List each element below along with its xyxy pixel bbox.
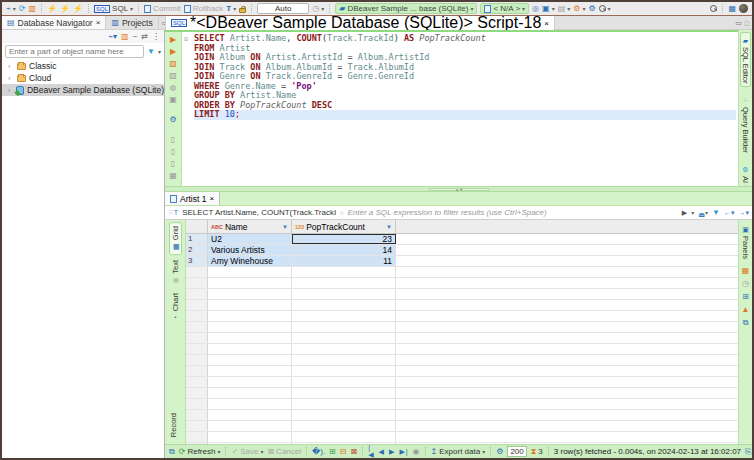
transaction-mode-button[interactable]: T▾ — [226, 4, 236, 13]
close-icon[interactable]: × — [209, 194, 214, 203]
fetch-all-icon[interactable]: ◉ — [413, 447, 420, 456]
save-button[interactable]: ✓Save▾ — [231, 447, 263, 456]
tab-panels[interactable]: ▣Panels — [741, 222, 750, 262]
delete-script-icon[interactable]: ▯ — [171, 147, 175, 156]
calc-panel-icon[interactable]: ⊞ — [742, 293, 749, 301]
expand-arrow-icon[interactable]: › — [8, 75, 14, 82]
editor-area-minmax[interactable]: ▭□ — [735, 16, 749, 30]
execute-script-icon[interactable]: ▧ — [169, 59, 177, 68]
cancel-button[interactable]: ⊠Cancel — [267, 447, 301, 456]
sort-dropdown-icon[interactable]: ▼ — [386, 224, 392, 230]
next-row-button[interactable]: ▶ — [389, 448, 395, 456]
new-connection-icon[interactable]: ⌁▾ — [108, 32, 117, 41]
fetch-settings-icon[interactable]: ⚙ — [496, 447, 503, 456]
active-schema-selector[interactable]: < N/A >▾ — [480, 3, 529, 14]
open-file-icon[interactable]: ▯ — [171, 159, 175, 168]
close-icon[interactable]: × — [96, 18, 101, 27]
tree-item-classic[interactable]: › Classic — [2, 60, 164, 72]
refresh-button[interactable]: ⟳Refresh▾ — [179, 447, 221, 456]
new-connection-button[interactable]: ⌁▾ — [6, 4, 16, 13]
execute-multiple-icon[interactable]: ▧ — [169, 71, 177, 80]
explain-plan-icon[interactable]: ◍ — [170, 83, 177, 92]
expand-arrow-icon[interactable]: › — [8, 63, 14, 70]
print-button[interactable]: ▤▾ — [558, 4, 571, 13]
table-row[interactable]: 3 Amy Winehouse 11 — [186, 256, 738, 267]
commit-mode-combo[interactable]: Auto — [257, 3, 309, 14]
prev-row-button[interactable]: ◀ — [379, 448, 385, 456]
view-menu-icon[interactable]: ⋮ — [152, 32, 160, 41]
references-icon[interactable]: ⧉ — [743, 319, 749, 327]
editor-settings-icon[interactable]: ⚙ — [169, 115, 176, 124]
expand-arrow-icon[interactable]: › — [8, 87, 13, 94]
metadata-icon[interactable]: ◷ — [742, 280, 749, 288]
export-data-button[interactable]: ↥Export data▾ — [431, 447, 486, 456]
forward-arrow-icon[interactable]: →▾ — [738, 209, 749, 217]
user-avatar[interactable] — [739, 4, 748, 13]
lock-icon[interactable] — [239, 8, 246, 13]
erase-filter-icon[interactable]: ◛▾ — [698, 209, 708, 217]
tab-text[interactable]: ≣Text — [170, 257, 181, 288]
add-row-icon[interactable]: ⊞ — [329, 447, 336, 456]
tab-sql-editor-script[interactable]: SQL *<DBeaver Sample Database (SQLite)> … — [165, 16, 555, 30]
filter-input[interactable]: Enter a SQL expression to filter results… — [347, 208, 677, 217]
tab-record[interactable]: Record — [168, 410, 179, 440]
dashboard-icon[interactable]: ◎ — [532, 4, 539, 13]
commit-button[interactable]: Commit — [144, 4, 181, 13]
fetch-size-input[interactable]: 200 — [507, 446, 526, 457]
link-editor-icon[interactable]: ⇄ — [141, 32, 148, 41]
cell-count[interactable]: 14 — [292, 245, 396, 255]
disconnect-icon[interactable]: ⚡ — [73, 4, 83, 13]
segment-indicator[interactable]: ⧗3 — [531, 447, 543, 456]
close-icon[interactable]: × — [544, 19, 549, 28]
tab-database-navigator[interactable]: ▤ Database Navigator × — [2, 16, 106, 29]
open-connection-icon[interactable]: ▥ — [29, 4, 37, 13]
tab-chart[interactable]: ◔Chart — [170, 290, 181, 325]
cell-name[interactable]: Various Artists — [208, 245, 292, 255]
active-connection-selector[interactable]: ▰DBeaver Sample ... base (SQLite)▾ — [335, 3, 477, 14]
column-header-name[interactable]: ABC Name ▼ — [208, 220, 292, 233]
global-search-icon[interactable] — [710, 5, 717, 12]
cell-name[interactable]: U2 — [208, 234, 292, 244]
tab-query-builder[interactable]: ⁘Query Builder — [741, 93, 750, 156]
apply-filter-button[interactable]: ▶ — [682, 209, 687, 217]
tab-artist-1[interactable]: Artist 1 × — [165, 192, 220, 205]
settings-button[interactable]: ⚙ — [588, 4, 595, 13]
tree-item-cloud[interactable]: › Cloud — [2, 72, 164, 84]
reconnect-icon[interactable]: ⚡ — [60, 4, 70, 13]
new-folder-icon[interactable]: ▥ — [121, 32, 129, 41]
sql-code-area[interactable]: ⊟ SELECT Artist.Name, COUNT(Track.TrackI… — [182, 32, 738, 186]
aggregate-icon[interactable]: ▲ — [742, 306, 750, 314]
delete-row-icon[interactable]: ⊠ — [351, 447, 358, 456]
cell-count-focused[interactable]: 23 — [292, 234, 396, 244]
edit-cell-icon[interactable]: �). — [312, 447, 325, 456]
back-arrow-icon[interactable]: ←▾ — [724, 209, 735, 217]
perspective-icon[interactable]: ▦ — [728, 4, 736, 13]
connect-icon[interactable]: ⚡ — [47, 4, 57, 13]
rollback-button[interactable]: Rollback — [184, 4, 224, 13]
cell-name[interactable]: Amy Winehouse — [208, 256, 292, 266]
tree-item-dbeaver-sample-database[interactable]: › DBeaver Sample Database (SQLite) — [2, 84, 164, 96]
script-manager-icon[interactable]: ▦ — [169, 171, 177, 180]
column-header-poptrackcount[interactable]: 123 PopTrackCount ▼ — [292, 220, 396, 233]
value-viewer-icon[interactable]: ▦ — [742, 267, 750, 275]
filter-history-dropdown[interactable]: ▾ — [691, 209, 694, 216]
copy-row-icon[interactable]: ⊟ — [340, 447, 347, 456]
cell-count[interactable]: 11 — [292, 256, 396, 266]
output-panel-icon[interactable]: ▣ — [169, 95, 177, 104]
tab-sql-editor-side[interactable]: ▰SQL Editor — [740, 32, 751, 87]
sort-dropdown-icon[interactable]: ▼ — [282, 224, 288, 230]
collapse-all-icon[interactable]: − — [133, 32, 138, 41]
transaction-log-button[interactable]: ◷▾ — [312, 4, 324, 13]
first-row-button[interactable]: |◀ — [368, 444, 374, 459]
splitter-handle[interactable]: ▲▼ — [429, 188, 489, 191]
compare-button[interactable]: ▣▾ — [542, 4, 555, 13]
table-row[interactable]: 2 Various Artists 14 — [186, 245, 738, 256]
object-filter-input[interactable] — [5, 45, 144, 58]
quick-search-button[interactable]: ▾ — [599, 5, 611, 12]
execute-statement-icon[interactable]: ▶ — [170, 35, 176, 44]
result-grid[interactable]: ABC Name ▼ 123 PopTrackCount ▼ 1 U2 23 — [186, 220, 738, 444]
new-script-icon[interactable]: ▯ — [171, 135, 175, 144]
fold-marker[interactable]: ⊟ — [182, 34, 190, 44]
table-row[interactable]: 1 U2 23 — [186, 234, 738, 245]
filter-funnel-icon[interactable]: ▼ — [147, 47, 155, 56]
